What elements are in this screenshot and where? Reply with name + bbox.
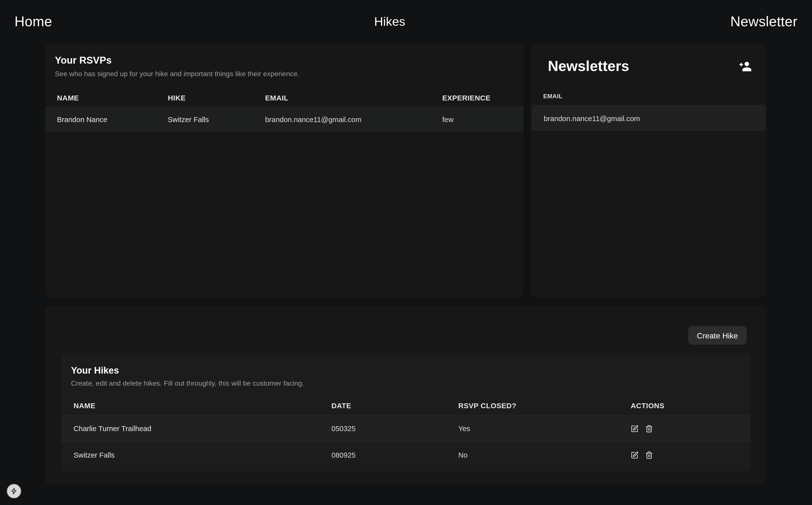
column-header-name: NAME	[57, 94, 168, 102]
trash-icon[interactable]	[645, 425, 653, 433]
newsletters-title: Newsletters	[548, 58, 629, 74]
rsvp-email-cell: brandon.nance11@gmail.com	[265, 115, 442, 124]
newsletters-header: Newsletters	[531, 43, 767, 74]
column-header-actions: ACTIONS	[631, 401, 750, 410]
hike-rsvp-closed-cell: Yes	[458, 425, 631, 433]
column-header-experience: EXPERIENCE	[442, 94, 524, 102]
rsvps-panel: Your RSVPs See who has signed up for you…	[45, 43, 524, 297]
your-hikes-card: Your Hikes Create, edit and delete hikes…	[61, 353, 750, 472]
hike-actions-cell	[631, 451, 750, 459]
rsvp-hike-cell: Switzer Falls	[168, 115, 265, 124]
newsletter-table-row: brandon.nance11@gmail.com	[531, 106, 766, 131]
main-content: Your RSVPs See who has signed up for you…	[0, 43, 812, 484]
top-panels-row: Your RSVPs See who has signed up for you…	[45, 43, 767, 297]
newsletters-table-header: EMAIL	[531, 93, 767, 106]
lightning-bolt-icon[interactable]	[7, 484, 21, 498]
rsvp-name-cell: Brandon Nance	[57, 115, 168, 124]
rsvps-subtitle: See who has signed up for your hike and …	[55, 70, 524, 77]
hike-table-row: Charlie Turner Trailhead 050325 Yes	[61, 415, 750, 442]
column-header-name: NAME	[74, 401, 331, 410]
rsvp-table-row: Brandon Nance Switzer Falls brandon.nanc…	[45, 107, 524, 132]
hike-table-row: Switzer Falls 080925 No	[61, 442, 750, 468]
hike-rsvp-closed-cell: No	[458, 451, 631, 459]
hikes-panel: Create Hike Your Hikes Create, edit and …	[45, 306, 766, 484]
edit-icon[interactable]	[631, 425, 639, 433]
page-title: Hikes	[374, 14, 405, 29]
person-add-icon[interactable]	[738, 59, 752, 73]
nav-home-link[interactable]: Home	[14, 14, 52, 30]
hike-date-cell: 050325	[331, 425, 458, 433]
column-header-email: EMAIL	[265, 94, 442, 102]
column-header-rsvp-closed: RSVP CLOSED?	[458, 401, 631, 410]
screenshot-canvas: Home Hikes Newsletter Your RSVPs See who…	[0, 0, 812, 505]
hike-name-cell: Switzer Falls	[74, 451, 331, 459]
edit-icon[interactable]	[631, 451, 639, 459]
column-header-hike: HIKE	[168, 94, 265, 102]
newsletter-email-cell: brandon.nance11@gmail.com	[544, 114, 640, 123]
column-header-date: DATE	[331, 401, 458, 410]
hike-actions-cell	[631, 425, 750, 433]
top-nav: Home Hikes Newsletter	[0, 0, 812, 43]
app-root: Home Hikes Newsletter Your RSVPs See who…	[0, 0, 812, 505]
create-hike-button[interactable]: Create Hike	[688, 326, 747, 345]
trash-icon[interactable]	[645, 451, 653, 459]
column-header-email: EMAIL	[543, 93, 562, 99]
hike-name-cell: Charlie Turner Trailhead	[74, 425, 331, 433]
nav-newsletter-link[interactable]: Newsletter	[730, 14, 798, 30]
hikes-subtitle: Create, edit and delete hikes. Fill out …	[71, 379, 750, 387]
hikes-table-header: NAME DATE RSVP CLOSED? ACTIONS	[61, 396, 750, 415]
hikes-title: Your Hikes	[71, 365, 750, 376]
rsvps-table-header: NAME HIKE EMAIL EXPERIENCE	[45, 89, 524, 107]
newsletters-panel: Newsletters EMAIL brandon.nance11@gmail.…	[531, 43, 767, 297]
rsvp-experience-cell: few	[442, 115, 524, 124]
hike-date-cell: 080925	[331, 451, 458, 459]
rsvps-title: Your RSVPs	[55, 55, 524, 66]
